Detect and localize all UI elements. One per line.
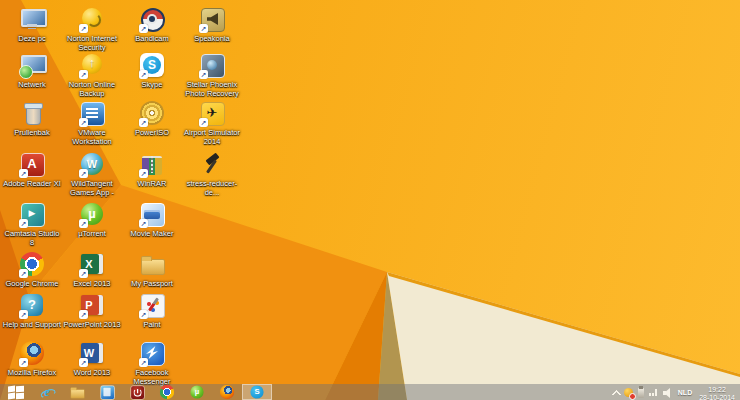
desktop-icon-label: Movie Maker bbox=[122, 229, 182, 238]
taskbar-app-google-chrome[interactable] bbox=[152, 384, 182, 400]
desktop-icon-label: Airport Simulator 2014 bbox=[182, 128, 242, 146]
desktop-icon-label: WildTangent Games App - packardbell bbox=[62, 179, 122, 198]
stellar-phoenix-photo-recovery-icon bbox=[198, 51, 226, 79]
desktop-icon-label: Paint bbox=[122, 320, 182, 329]
desktop-icon-speakonia[interactable]: Speakonia bbox=[182, 5, 242, 43]
desktop-icon-stellar-phoenix-photo-recovery[interactable]: Stellar Phoenix Photo Recovery bbox=[182, 51, 242, 98]
desktop-icon-label: Norton Internet Security bbox=[62, 34, 122, 52]
network-icon[interactable] bbox=[649, 386, 660, 399]
camtasia-studio-8-icon bbox=[18, 200, 46, 228]
volume-icon[interactable] bbox=[662, 386, 673, 399]
shortcut-arrow-icon bbox=[139, 358, 148, 367]
shortcut-arrow-icon bbox=[79, 310, 88, 319]
desktop-icon-airport-simulator-2014[interactable]: Airport Simulator 2014 bbox=[182, 99, 242, 146]
desktop-icon-skype[interactable]: Skype bbox=[122, 51, 182, 89]
torrent-icon bbox=[78, 200, 106, 228]
desktop-icon-winrar[interactable]: WinRAR bbox=[122, 150, 182, 188]
deze-pc-icon bbox=[18, 5, 46, 33]
taskbar-app-internet-explorer[interactable] bbox=[32, 384, 62, 400]
taskbar-app-media-app[interactable] bbox=[92, 384, 122, 400]
desktop-icon-label: VMware Workstation bbox=[62, 128, 122, 146]
taskbar-app-file-explorer[interactable] bbox=[62, 384, 92, 400]
taskbar-app-power-app[interactable] bbox=[122, 384, 152, 400]
google-chrome-icon bbox=[18, 250, 46, 278]
paint-icon bbox=[138, 291, 166, 319]
stress-reducer-de-icon bbox=[198, 150, 226, 178]
desktop-icon-bandicam[interactable]: Bandicam bbox=[122, 5, 182, 43]
desktop-icon-norton-online-backup[interactable]: Norton Online Backup bbox=[62, 51, 122, 98]
desktop-icon-label: Help and Support bbox=[2, 320, 62, 329]
desktop-icon-torrent[interactable]: µTorrent bbox=[62, 200, 122, 238]
help-and-support-icon bbox=[18, 291, 46, 319]
system-tray: NLD 19:22 28-10-2014 bbox=[610, 384, 740, 400]
desktop-icon-excel-2013[interactable]: Excel 2013 bbox=[62, 250, 122, 288]
taskbar: NLD 19:22 28-10-2014 bbox=[0, 384, 740, 400]
desktop-icon-label: Prullenbak bbox=[2, 128, 62, 137]
shortcut-arrow-icon bbox=[139, 118, 148, 127]
taskbar-app-utorrent[interactable] bbox=[182, 384, 212, 400]
desktop-icon-movie-maker[interactable]: Movie Maker bbox=[122, 200, 182, 238]
netwerk-icon bbox=[18, 51, 46, 79]
desktop-icon-netwerk[interactable]: Netwerk bbox=[2, 51, 62, 89]
security-status-icon[interactable] bbox=[623, 386, 634, 399]
my-passport-icon bbox=[138, 250, 166, 278]
desktop-icon-poweriso[interactable]: PowerISO bbox=[122, 99, 182, 137]
media-app-icon bbox=[99, 384, 116, 400]
desktop-icon-camtasia-studio-8[interactable]: Camtasia Studio 8 bbox=[2, 200, 62, 247]
desktop-icon-label: Skype bbox=[122, 80, 182, 89]
shortcut-arrow-icon bbox=[79, 24, 88, 33]
desktop-icon-my-passport[interactable]: My Passport bbox=[122, 250, 182, 288]
desktop-icon-label: Norton Online Backup bbox=[62, 80, 122, 98]
facebook-messenger-icon bbox=[138, 339, 166, 367]
desktop-icon-label: PowerPoint 2013 bbox=[62, 320, 122, 329]
clock-time: 19:22 bbox=[699, 386, 735, 394]
desktop-icon-mozilla-firefox[interactable]: Mozilla Firefox bbox=[2, 339, 62, 377]
clock-date: 28-10-2014 bbox=[699, 394, 735, 400]
shortcut-arrow-icon bbox=[79, 118, 88, 127]
desktop-icon-powerpoint-2013[interactable]: PowerPoint 2013 bbox=[62, 291, 122, 329]
shortcut-arrow-icon bbox=[139, 169, 148, 178]
desktop-icon-word-2013[interactable]: Word 2013 bbox=[62, 339, 122, 377]
shortcut-arrow-icon bbox=[139, 219, 148, 228]
desktop-icon-help-and-support[interactable]: Help and Support bbox=[2, 291, 62, 329]
language-indicator[interactable]: NLD bbox=[676, 389, 694, 396]
desktop-icon-deze-pc[interactable]: Deze pc bbox=[2, 5, 62, 43]
taskbar-app-skype[interactable] bbox=[242, 384, 272, 400]
desktop-icon-label: Speakonia bbox=[182, 34, 242, 43]
desktop-icon-paint[interactable]: Paint bbox=[122, 291, 182, 329]
desktop-icon-norton-internet-security[interactable]: Norton Internet Security bbox=[62, 5, 122, 52]
desktop-icon-label: Google Chrome bbox=[2, 279, 62, 288]
desktop-icon-wildtangent-games-app-packardbell[interactable]: WildTangent Games App - packardbell bbox=[62, 150, 122, 198]
desktop-icon-label: Word 2013 bbox=[62, 368, 122, 377]
removable-device-icon[interactable] bbox=[636, 386, 647, 399]
shortcut-arrow-icon bbox=[19, 269, 28, 278]
vmware-workstation-icon bbox=[78, 99, 106, 127]
desktop-icon-vmware-workstation[interactable]: VMware Workstation bbox=[62, 99, 122, 146]
start-button[interactable] bbox=[0, 384, 32, 400]
desktop-icon-facebook-messenger[interactable]: Facebook Messenger bbox=[122, 339, 182, 386]
mozilla-firefox-icon bbox=[18, 339, 46, 367]
desktop-icon-adobe-reader-xi[interactable]: Adobe Reader XI bbox=[2, 150, 62, 188]
desktop-icon-label: Bandicam bbox=[122, 34, 182, 43]
tray-icons bbox=[610, 386, 673, 399]
desktop-icon-label: Camtasia Studio 8 bbox=[2, 229, 62, 247]
desktop-icon-label: µTorrent bbox=[62, 229, 122, 238]
google-chrome-icon bbox=[159, 384, 176, 400]
internet-explorer-icon bbox=[39, 384, 56, 400]
desktop-icon-google-chrome[interactable]: Google Chrome bbox=[2, 250, 62, 288]
hidden-icons-chevron-icon[interactable] bbox=[610, 386, 621, 399]
shortcut-arrow-icon bbox=[79, 269, 88, 278]
shortcut-arrow-icon bbox=[139, 310, 148, 319]
shortcut-arrow-icon bbox=[79, 358, 88, 367]
desktop-icon-prullenbak[interactable]: Prullenbak bbox=[2, 99, 62, 137]
shortcut-arrow-icon bbox=[199, 70, 208, 79]
desktop-icon-stress-reducer-de[interactable]: stress-reducer-de... bbox=[182, 150, 242, 197]
power-app-icon bbox=[129, 384, 146, 400]
shortcut-arrow-icon bbox=[19, 219, 28, 228]
desktop-icon-label: Adobe Reader XI bbox=[2, 179, 62, 188]
clock[interactable]: 19:22 28-10-2014 bbox=[697, 384, 737, 400]
taskbar-app-mozilla-firefox[interactable] bbox=[212, 384, 242, 400]
bandicam-icon bbox=[138, 5, 166, 33]
wildtangent-games-app-packardbell-icon bbox=[78, 150, 106, 178]
excel-2013-icon bbox=[78, 250, 106, 278]
